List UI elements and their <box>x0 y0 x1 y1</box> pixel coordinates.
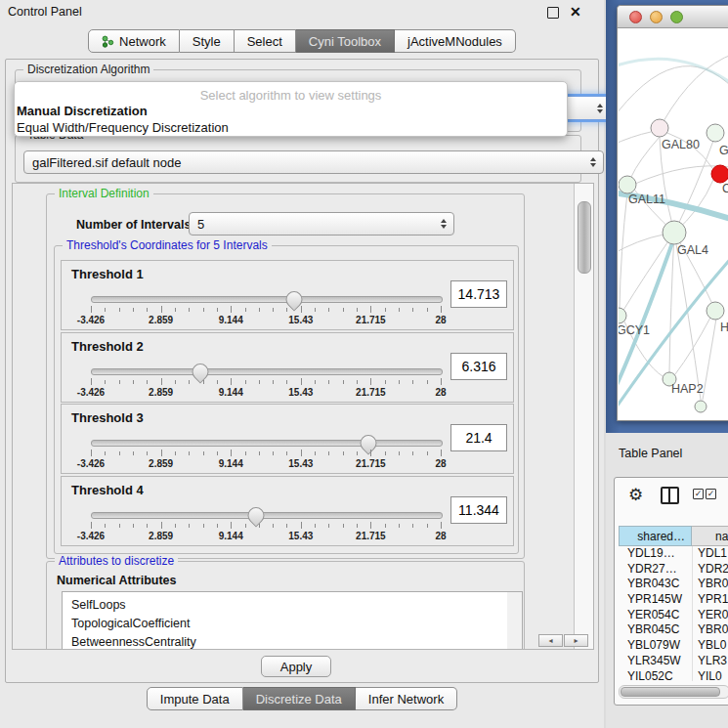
network-node[interactable] <box>695 401 707 412</box>
tab-network[interactable]: Network <box>88 29 180 53</box>
network-node-gal80[interactable] <box>651 119 668 137</box>
attributes-list-scrollbar[interactable] <box>507 591 523 650</box>
table-data-group: Table Data galFiltered.sif default node <box>15 135 581 183</box>
scroll-right-button[interactable]: ▸ <box>564 634 588 647</box>
network-window-titlebar[interactable] <box>618 6 728 28</box>
table-cell-name[interactable]: YPR1 <box>692 592 728 608</box>
tick-label: 21.715 <box>356 315 386 325</box>
tab-jactivemnodules[interactable]: jActiveMNodules <box>395 29 516 53</box>
attribute-list-item[interactable]: SelfLoops <box>63 596 508 615</box>
tick-label: 21.715 <box>356 458 386 469</box>
threshold-slider-1[interactable]: -3.4262.8599.14415.4321.71528 <box>91 296 441 325</box>
network-node-c[interactable] <box>711 165 728 183</box>
table-cell-shared-name[interactable]: YER054C <box>619 608 692 623</box>
network-edge[interactable] <box>619 65 728 121</box>
network-graph[interactable]: GAL80GACGAL11GAL4GCY1HHAP2 <box>619 28 728 418</box>
network-node-gal4[interactable] <box>663 221 686 244</box>
minimize-window-icon[interactable] <box>650 11 663 23</box>
bottom-tab-infer-network[interactable]: Infer Network <box>356 687 457 710</box>
table-panel-title: Table Panel <box>619 447 682 460</box>
desktop-background: GAL80GACGAL11GAL4GCY1HHAP2 <box>606 0 728 433</box>
table-cell-shared-name[interactable]: YBR043C <box>619 577 692 592</box>
column-header-shared-name[interactable]: shared… <box>619 526 692 546</box>
float-window-icon[interactable] <box>547 7 559 19</box>
network-edge[interactable] <box>674 233 701 400</box>
table-cell-shared-name[interactable]: YBR045C <box>619 622 692 638</box>
threshold-value-field[interactable]: 11.344 <box>450 496 507 524</box>
network-edge[interactable] <box>619 59 728 85</box>
table-cell-shared-name[interactable]: YLR345W <box>619 654 692 669</box>
slider-ticks <box>91 522 441 530</box>
tab-cyni-toolbox[interactable]: Cyni Toolbox <box>296 29 395 53</box>
settings-vertical-scrollbar[interactable] <box>574 184 593 649</box>
network-node-label: GCY1 <box>619 323 650 337</box>
table-cell-shared-name[interactable]: YDL19… <box>619 546 692 562</box>
algorithm-option-equal-width[interactable]: Equal Width/Frequency Discretization <box>15 119 567 136</box>
network-node-ga[interactable] <box>707 124 724 142</box>
table-cell-name[interactable]: YIL0 <box>692 669 728 682</box>
scrollbar-thumb[interactable] <box>621 687 720 697</box>
attribute-list-item[interactable]: TopologicalCoefficient <box>63 615 508 633</box>
network-edge[interactable] <box>660 138 674 233</box>
table-cell-shared-name[interactable]: YDR27… <box>619 562 692 578</box>
network-edge[interactable] <box>631 137 660 177</box>
network-edge[interactable] <box>622 233 674 312</box>
network-node-h[interactable] <box>707 302 724 320</box>
table-settings-gear-icon[interactable]: ⚙ <box>628 485 643 505</box>
table-cell-shared-name[interactable]: YPR145W <box>619 592 692 608</box>
threshold-value-field[interactable]: 14.713 <box>450 280 507 308</box>
threshold-value-field[interactable]: 21.4 <box>450 424 507 451</box>
scroll-left-button[interactable]: ◂ <box>538 634 563 647</box>
threshold-slider-3[interactable]: -3.4262.8599.14415.4321.71528 <box>91 440 441 469</box>
threshold-value-field[interactable]: 6.316 <box>450 353 507 380</box>
bottom-tab-impute-data[interactable]: Impute Data <box>147 687 243 710</box>
network-edge[interactable] <box>674 141 713 233</box>
scrollbar-thumb[interactable] <box>578 201 591 274</box>
network-edge[interactable] <box>703 319 716 400</box>
table-horizontal-scrollbar[interactable] <box>619 685 728 699</box>
table-cell-name[interactable]: YDR2 <box>692 562 728 578</box>
tab-select[interactable]: Select <box>235 29 296 53</box>
table-cell-name[interactable]: YER0 <box>692 608 728 623</box>
attributes-group-title: Attributes to discretize <box>55 554 178 568</box>
network-edge[interactable] <box>619 132 651 146</box>
slider-track <box>91 440 443 447</box>
table-cell-shared-name[interactable]: YIL052C <box>619 669 692 682</box>
close-window-icon[interactable] <box>629 11 642 23</box>
apply-button[interactable]: Apply <box>261 656 331 677</box>
zoom-window-icon[interactable] <box>670 11 683 23</box>
threshold-slider-4[interactable]: -3.4262.8599.14415.4321.71528 <box>91 512 441 541</box>
table-data-combobox[interactable]: galFiltered.sif default node <box>23 150 604 174</box>
algorithm-option-manual[interactable]: Manual Discretization <box>15 103 567 119</box>
tick-label: 15.43 <box>288 315 313 325</box>
table-cell-name[interactable]: YBR0 <box>692 622 728 638</box>
tab-bar: NetworkStyleSelectCyni ToolboxjActiveMNo… <box>0 29 604 53</box>
combo-stepper-icon <box>590 157 596 167</box>
network-edge[interactable] <box>619 235 664 255</box>
tab-style[interactable]: Style <box>180 29 235 53</box>
table-row: YIL052CYIL0 <box>619 669 728 682</box>
network-canvas[interactable]: GAL80GACGAL11GAL4GCY1HHAP2 <box>619 28 728 418</box>
checkbox-icon[interactable]: ✓ <box>693 489 704 499</box>
bottom-tab-discretize-data[interactable]: Discretize Data <box>243 687 356 710</box>
close-panel-icon[interactable]: ✕ <box>570 4 581 20</box>
table-cell-shared-name[interactable]: YBL079W <box>619 638 692 654</box>
slider-tick-labels: -3.4262.8599.14415.4321.71528 <box>91 315 441 325</box>
network-node-gal11[interactable] <box>619 176 636 193</box>
number-of-intervals-combobox[interactable]: 5 <box>189 212 454 236</box>
thresholds-group-title: Threshold's Coordinates for 5 Intervals <box>63 238 272 252</box>
table-row: YBL079WYBL0 <box>619 638 728 654</box>
column-split-icon[interactable] <box>661 487 679 504</box>
tab-label: Network <box>119 34 166 49</box>
network-node-gcy1[interactable] <box>619 308 626 323</box>
table-cell-name[interactable]: YDL1 <box>692 546 728 562</box>
column-header-name[interactable]: na <box>692 526 728 546</box>
attribute-list-item[interactable]: BetweennessCentrality <box>63 633 508 650</box>
table-cell-name[interactable]: YBR0 <box>692 577 728 592</box>
network-edge[interactable] <box>619 237 674 394</box>
network-icon <box>102 35 114 48</box>
threshold-slider-2[interactable]: -3.4262.8599.14415.4321.71528 <box>91 368 441 398</box>
checkbox-icon[interactable]: ✓ <box>706 489 716 499</box>
table-cell-name[interactable]: YBL0 <box>692 638 728 654</box>
table-cell-name[interactable]: YLR3 <box>692 654 728 669</box>
